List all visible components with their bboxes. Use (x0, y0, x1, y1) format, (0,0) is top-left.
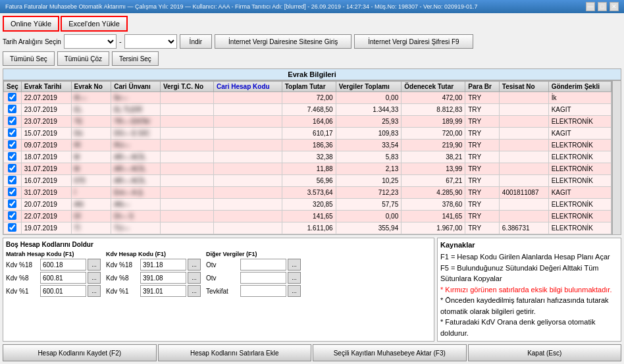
row-checkbox[interactable] (4, 128, 22, 140)
row-cari (214, 222, 282, 234)
row-vergiler: 25,93 (336, 116, 402, 128)
date-end-select[interactable] (124, 34, 177, 49)
diger-tevkifat-input[interactable] (240, 285, 286, 297)
table-row[interactable]: 30.07.2019HAHA—3.183,08572,953.756,03TRY… (4, 234, 611, 236)
table-row[interactable]: 31.07.2019MAR— ACİL11,882,1313,99TRYELEK… (4, 163, 611, 175)
row-checkbox[interactable] (4, 234, 22, 236)
hesap-kodlari-satirlara-button[interactable]: Hesap Kodlarını Satırlara Ekle (158, 344, 312, 361)
table-row[interactable]: 19.07.2019TİTU—1.611,06355,941.967,00TRY… (4, 222, 611, 234)
kdv-kdv1-btn[interactable]: ... (188, 285, 201, 297)
diger-otv2-input[interactable] (240, 272, 286, 284)
minimize-button[interactable]: — (586, 2, 595, 11)
table-row[interactable]: 31.07.2019İEnt— A.Ş.3.573,64712,234.285,… (4, 187, 611, 199)
kdv-kdv18-input[interactable] (140, 259, 186, 271)
row-evrakno: 070 (71, 175, 111, 187)
row-gonderim: ELEKTRONİK (548, 140, 611, 151)
kapat-button[interactable]: Kapat (Esc) (468, 344, 622, 361)
matrah-kdv18-input[interactable] (40, 259, 86, 271)
col-tarih: Evrak Tarihi (21, 82, 71, 92)
table-row[interactable]: 09.07.2019RİRU—186,3633,54219,90TRYELEKT… (4, 140, 611, 151)
diger-otv2-btn[interactable]: ... (288, 272, 301, 284)
date-start-select[interactable] (64, 34, 117, 49)
tumunu-sec-button[interactable]: Tümünü Seç (3, 51, 55, 66)
table-row[interactable]: 20.07.2019ANAN—320,8557,75378,60TRYELEKT… (4, 199, 611, 211)
matrah-kdv1-input[interactable] (40, 285, 86, 297)
row-checkbox[interactable] (4, 92, 22, 104)
row-checkbox[interactable] (4, 104, 22, 116)
row-evrakno: AN (71, 199, 111, 211)
matrah-kdv8-input[interactable] (40, 272, 86, 284)
row-unvan: TR— ENTA/ (111, 116, 161, 128)
table-row[interactable]: 23.07.2019ELEL TLERİ7.468,501.344,338.81… (4, 104, 611, 116)
col-gonderim: Gönderim Şekli (548, 82, 611, 92)
diger-otv-btn[interactable]: ... (288, 259, 301, 271)
diger-tevkifat-row: Tevkifat ... (206, 285, 301, 297)
row-toplam: 141,65 (282, 211, 336, 222)
bottom-section: Boş Hesap Kodlarını Doldur Matrah Hesap … (3, 238, 621, 342)
row-vergiler: 712,23 (336, 187, 402, 199)
row-toplam: 11,88 (282, 163, 336, 175)
row-tarih: 22.07.2019 (21, 92, 71, 104)
kdv-kdv18-btn[interactable]: ... (188, 259, 201, 271)
tumunu-coz-button[interactable]: Tümünü Çöz (57, 51, 109, 66)
row-tesisat (499, 151, 548, 163)
hesap-kodlari-kaydet-button[interactable]: Hesap Kodlarını Kaydet (F2) (3, 344, 157, 361)
diger-otv-input[interactable] (240, 259, 286, 271)
row-odenecek: 141,65 (402, 211, 465, 222)
row-tarih: 23.07.2019 (21, 116, 71, 128)
row-toplam: 164,06 (282, 116, 336, 128)
row-checkbox[interactable] (4, 187, 22, 199)
online-yukle-button[interactable]: Online Yükle (3, 16, 59, 32)
table-row[interactable]: 15.07.2019DüDÜ— E GİC610,17109,83720,00T… (4, 128, 611, 140)
tersini-sec-button[interactable]: Tersini Seç (112, 51, 159, 66)
row-checkbox[interactable] (4, 116, 22, 128)
kdv-kdv1-input[interactable] (140, 285, 186, 297)
kaynaklar-line-1: F1 = Hesap Kodu Girilen Alanlarda Hesap … (440, 251, 618, 263)
kdv-kdv18-label: Kdv %18 (106, 261, 139, 269)
kdv-kdv8-input[interactable] (140, 272, 186, 284)
matrah-kdv18-btn[interactable]: ... (88, 259, 101, 271)
row-gonderim: ELEKTRONİK (548, 222, 611, 234)
row-unvan: İkr— (111, 92, 161, 104)
row-gonderim: KAGIT (548, 128, 611, 140)
matrah-kdv1-btn[interactable]: ... (88, 285, 101, 297)
row-parabr: TRY (465, 234, 500, 236)
table-row[interactable]: 23.07.2019TETR— ENTA/164,0625,93189,99TR… (4, 116, 611, 128)
matrah-kdv8-btn[interactable]: ... (88, 272, 101, 284)
table-row[interactable]: 16.07.2019070AR— ACİL56,9610,2567,21TRYE… (4, 175, 611, 187)
table-container[interactable]: Seç Evrak Tarihi Evrak No Cari Ünvanı Ve… (3, 80, 612, 235)
indir-button[interactable]: İndir (180, 34, 212, 49)
row-checkbox[interactable] (4, 211, 22, 222)
row-tarih: 30.07.2019 (21, 234, 71, 236)
matrah-kdv8-label: Kdv %8 (6, 274, 39, 282)
row-checkbox[interactable] (4, 163, 22, 175)
table-row[interactable]: 18.07.2019MAR— ACİL32,385,8338,21TRYELEK… (4, 151, 611, 163)
selection-row: Tümünü Seç Tümünü Çöz Tersini Seç (3, 51, 621, 66)
row-toplam: 610,17 (282, 128, 336, 140)
table-row[interactable]: 22.07.2019IK—İkr—72,000,00472,00TRYİk (4, 92, 611, 104)
row-vergiler: 355,94 (336, 222, 402, 234)
internet-vd-button[interactable]: İnternet Vergi Dairesine Sitesine Giriş (215, 34, 351, 49)
row-checkbox[interactable] (4, 151, 22, 163)
diger-tevkifat-btn[interactable]: ... (288, 285, 301, 297)
vertical-scrollbar[interactable] (612, 80, 621, 235)
row-checkbox[interactable] (4, 140, 22, 151)
excelden-yukle-button[interactable]: Excel'den Yükle (61, 16, 128, 32)
row-toplam: 56,96 (282, 175, 336, 187)
row-checkbox[interactable] (4, 222, 22, 234)
filter-label: Tarih Aralığını Seçin (3, 38, 61, 45)
col-parabr: Para Br (465, 82, 500, 92)
row-evrakno: Dİ (71, 211, 111, 222)
row-checkbox[interactable] (4, 199, 22, 211)
internet-vd-f9-button[interactable]: İnternet Vergi Dairesi Şifresi F9 (354, 34, 473, 49)
col-evrakno: Evrak No (71, 82, 111, 92)
table-row[interactable]: 22.07.2019DİDI— S141,650,00141,65TRYELEK… (4, 211, 611, 222)
col-vergiler: Vergiler Toplamı (336, 82, 402, 92)
row-unvan: DÜ— E GİC (111, 128, 161, 140)
secili-kayitlari-aktar-button[interactable]: Seçili Kayıtları Muhasebeye Aktar (F3) (313, 344, 467, 361)
close-button[interactable]: ✕ (610, 2, 619, 11)
row-gonderim: ELEKTRONİK (548, 234, 611, 236)
kdv-kdv8-btn[interactable]: ... (188, 272, 201, 284)
maximize-button[interactable]: □ (598, 2, 607, 11)
row-checkbox[interactable] (4, 175, 22, 187)
